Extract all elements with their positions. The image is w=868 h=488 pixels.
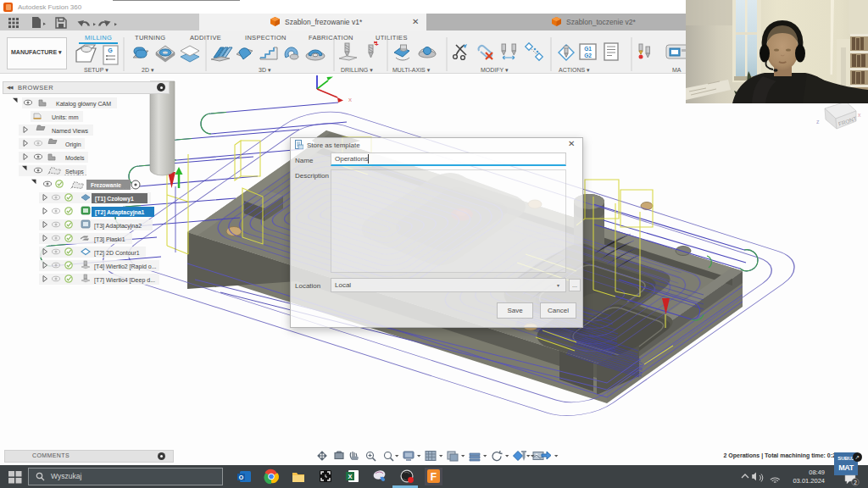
svg-text:[T4] Wiertło2 [Rapid o...: [T4] Wiertło2 [Rapid o... xyxy=(94,263,157,270)
svg-text:x: x xyxy=(858,112,861,118)
svg-text:[T2] 2D Contour1: [T2] 2D Contour1 xyxy=(94,250,140,257)
svg-text:[T3] Płaski1: [T3] Płaski1 xyxy=(94,236,125,243)
svg-text:[T2] Adaptacyjna1: [T2] Adaptacyjna1 xyxy=(95,209,145,216)
svg-text:Frezowanie: Frezowanie xyxy=(91,182,121,188)
svg-text:G: G xyxy=(108,47,113,53)
svg-text:G2: G2 xyxy=(584,53,592,58)
svg-text:G1: G1 xyxy=(584,46,592,52)
svg-text:F: F xyxy=(431,471,437,483)
svg-text:+: + xyxy=(375,41,379,48)
svg-text:O: O xyxy=(239,474,244,480)
svg-text:[T7] Wiertło4 [Deep d...: [T7] Wiertło4 [Deep d... xyxy=(94,277,155,284)
svg-text:[T1] Czołowy1: [T1] Czołowy1 xyxy=(95,196,134,202)
svg-text:z: z xyxy=(816,119,820,125)
svg-text:Katalog główny CAM: Katalog główny CAM xyxy=(56,101,111,108)
svg-text:X: X xyxy=(348,473,352,480)
svg-text:[T3] Adaptacyjna2: [T3] Adaptacyjna2 xyxy=(94,223,142,230)
svg-text:Named Views: Named Views xyxy=(52,128,89,134)
svg-text:Units: mm: Units: mm xyxy=(52,114,79,120)
svg-text:x: x xyxy=(348,96,352,103)
svg-text:Origin: Origin xyxy=(65,141,81,148)
svg-text:Setups: Setups xyxy=(65,169,84,175)
svg-text:2: 2 xyxy=(854,480,857,485)
svg-text:Models: Models xyxy=(65,155,85,161)
